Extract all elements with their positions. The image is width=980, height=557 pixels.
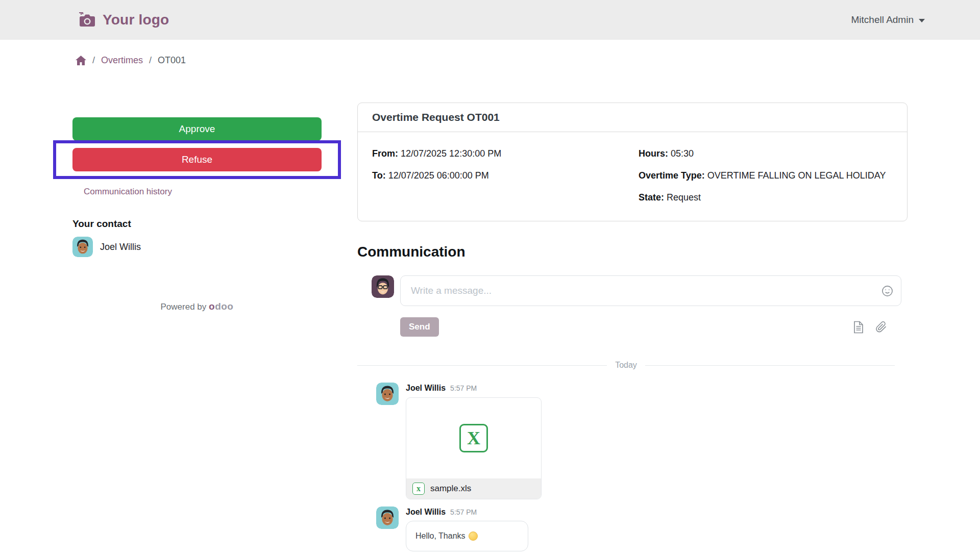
today-divider: Today: [357, 361, 895, 370]
breadcrumb: / Overtimes / OT001: [0, 40, 980, 66]
document-icon[interactable]: [853, 321, 864, 334]
message-header: Joel Willis 5:57 PM: [406, 507, 528, 517]
portal-page: Your logo Mitchell Admin / Overtimes / O…: [0, 0, 980, 557]
attachment-card[interactable]: X x sample.xls: [406, 397, 542, 499]
attachment-preview: X: [406, 398, 541, 478]
message-author: Joel Willis: [406, 384, 446, 393]
smiley-emoji-icon: [469, 531, 478, 541]
chevron-down-icon: [919, 19, 925, 22]
message-avatar: [376, 507, 399, 529]
xls-file-icon-small: x: [412, 483, 425, 495]
message-author: Joel Willis: [406, 508, 446, 517]
sidebar: Approve Refuse Communication history You…: [72, 103, 322, 312]
header: Your logo Mitchell Admin: [0, 0, 980, 40]
field-state: State: Request: [639, 189, 893, 206]
refuse-annotation-box: Refuse: [53, 140, 341, 179]
powered-by-label: Powered by: [161, 302, 207, 312]
communication-heading: Communication: [357, 244, 908, 260]
main-panel: Overtime Request OT001 From: 12/07/2025 …: [357, 103, 908, 551]
divider-line: [357, 365, 607, 366]
breadcrumb-overtimes-link[interactable]: Overtimes: [101, 55, 143, 66]
user-menu-label: Mitchell Admin: [851, 14, 914, 26]
breadcrumb-separator: /: [92, 55, 95, 66]
request-card-header: Overtime Request OT001: [358, 103, 907, 132]
message-content: Joel Willis 5:57 PM Hello, Thanks: [406, 507, 528, 551]
message-composer: [357, 275, 908, 306]
attachment-bar: x sample.xls: [406, 478, 541, 499]
message-input-wrap: [400, 275, 901, 306]
request-fields-right: Hours: 05:30 Overtime Type: OVERTIME FAL…: [639, 145, 893, 206]
message-item: Joel Willis 5:57 PM Hello, Thanks: [357, 507, 908, 551]
message-time: 5:57 PM: [450, 384, 477, 392]
contact-row: Joel Willis: [72, 237, 322, 257]
xls-file-icon: X: [459, 424, 488, 452]
camera-logo-icon: [79, 12, 96, 28]
request-fields-left: From: 12/07/2025 12:30:00 PM To: 12/07/2…: [372, 145, 626, 206]
field-from: From: 12/07/2025 12:30:00 PM: [372, 145, 626, 162]
message-content: Joel Willis 5:57 PM X x sample.xls: [406, 383, 542, 499]
composer-icons: [853, 321, 887, 334]
refuse-button[interactable]: Refuse: [72, 148, 322, 171]
emoji-icon[interactable]: [881, 285, 893, 297]
divider-line: [645, 365, 895, 366]
logo[interactable]: Your logo: [79, 12, 169, 28]
attachment-filename[interactable]: sample.xls: [430, 484, 471, 494]
message-text: Hello, Thanks: [415, 531, 465, 541]
send-row: Send: [357, 317, 908, 337]
odoo-logo[interactable]: odoo: [209, 301, 233, 312]
contact-name: Joel Willis: [100, 242, 141, 252]
field-overtime-type: Overtime Type: OVERTIME FALLING ON LEGAL…: [639, 167, 893, 184]
user-menu[interactable]: Mitchell Admin: [851, 14, 925, 26]
message-header: Joel Willis 5:57 PM: [406, 383, 542, 393]
message-avatar: [376, 383, 399, 405]
field-to: To: 12/07/2025 06:00:00 PM: [372, 167, 626, 184]
divider-label: Today: [607, 361, 645, 370]
send-button[interactable]: Send: [400, 317, 439, 337]
home-icon[interactable]: [76, 56, 86, 65]
contact-heading: Your contact: [72, 218, 322, 230]
overtime-request-card: Overtime Request OT001 From: 12/07/2025 …: [357, 103, 908, 221]
communication-history-link[interactable]: Communication history: [84, 187, 172, 197]
request-card-title: Overtime Request OT001: [372, 111, 893, 123]
powered-by: Powered by odoo: [72, 301, 322, 312]
breadcrumb-separator: /: [149, 55, 152, 66]
main-content: Approve Refuse Communication history You…: [0, 103, 980, 551]
current-user-avatar: [372, 275, 394, 298]
field-hours: Hours: 05:30: [639, 145, 893, 162]
approve-button[interactable]: Approve: [72, 117, 322, 141]
paperclip-icon[interactable]: [875, 321, 887, 333]
contact-avatar: [72, 237, 93, 257]
message-bubble: Hello, Thanks: [406, 521, 528, 551]
breadcrumb-current: OT001: [158, 55, 186, 66]
message-item: Joel Willis 5:57 PM X x sample.xls: [357, 383, 908, 499]
message-input[interactable]: [400, 275, 901, 306]
message-time: 5:57 PM: [450, 508, 477, 516]
request-card-body: From: 12/07/2025 12:30:00 PM To: 12/07/2…: [358, 132, 907, 221]
logo-text: Your logo: [103, 12, 169, 28]
